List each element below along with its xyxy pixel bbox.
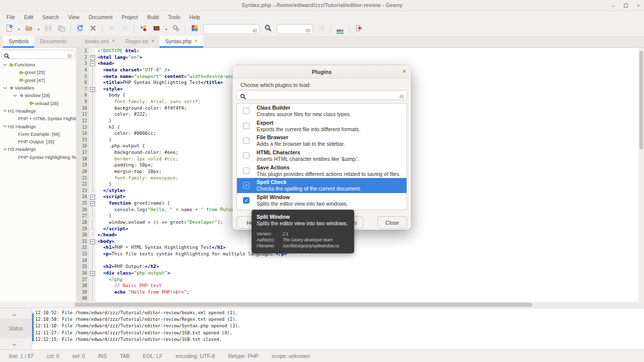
line-number: 33 (77, 251, 89, 257)
plugin-row-export[interactable]: ExportExports the current file into diff… (237, 119, 407, 134)
menu-tools[interactable]: Tools (164, 11, 185, 23)
chevron-down-icon[interactable] (2, 86, 8, 90)
fold-margin[interactable] (89, 86, 96, 93)
clear-icon[interactable] (398, 93, 405, 102)
symbol-php[interactable]: PHP Output: [35] (0, 138, 76, 145)
new-file-button[interactable] (3, 24, 16, 35)
chevron-up-icon[interactable] (12, 310, 17, 319)
symbol-php[interactable]: PHP Syntax Highlighting Test [6 (0, 153, 76, 161)
tab-symbols[interactable]: Symbols (3, 36, 34, 48)
tab-regex.txt[interactable]: Regex.txt× (120, 36, 159, 48)
fold-margin[interactable] (89, 200, 96, 207)
menu-file[interactable]: File (2, 11, 20, 23)
save-file-button[interactable] (42, 24, 55, 35)
symbol-h3[interactable]: H3 Headings (0, 145, 76, 153)
clear-icon[interactable] (252, 27, 258, 36)
chevron-down-icon[interactable] (2, 147, 8, 151)
chevron-down-icon[interactable] (2, 109, 8, 113)
plugin-checkbox[interactable] (243, 137, 250, 144)
goto-line-button[interactable] (315, 24, 328, 35)
symbol-greet[interactable]: greet [25] (0, 68, 76, 76)
symbol-variables[interactable]: Variables (0, 84, 76, 92)
symbol-h2[interactable]: H2 Headings (0, 122, 76, 130)
open-file-button[interactable] (22, 24, 35, 35)
plugin-checkbox[interactable] (243, 123, 250, 129)
close-tab-icon[interactable]: × (151, 38, 154, 44)
revert-button[interactable] (73, 24, 87, 35)
horizontal-scrollbar-thumb[interactable] (74, 303, 532, 307)
chevron-down-icon[interactable] (2, 124, 8, 128)
fold-margin (89, 111, 96, 118)
vertical-scrollbar[interactable] (638, 48, 644, 302)
tab-books.xml[interactable]: books.xml× (79, 36, 120, 48)
close-button[interactable]: Close (377, 216, 407, 229)
tab-documents[interactable]: Documents (34, 36, 72, 48)
plugin-checkbox[interactable] (243, 152, 250, 159)
minimize-icon[interactable]: – (611, 3, 614, 9)
menu-search[interactable]: Search (38, 11, 63, 23)
search-entry-input[interactable] (204, 25, 259, 34)
close-tab-icon[interactable]: × (112, 38, 115, 44)
plugin-row-split-window[interactable]: ✓Split WindowSplits the editor view into… (237, 193, 407, 208)
plugin-row-save-actions[interactable]: Save ActionsThis plugin provides differe… (237, 163, 407, 178)
save-all-button[interactable] (55, 24, 68, 35)
chevron-down-icon[interactable] (12, 339, 17, 348)
nav-back-button[interactable] (105, 24, 118, 35)
fold-margin[interactable] (89, 270, 96, 277)
symbol-php[interactable]: PHP + HTML Syntax Highlighting (0, 115, 76, 122)
fold-margin[interactable] (89, 54, 96, 61)
horizontal-scrollbar[interactable] (73, 302, 643, 308)
nav-forward-button[interactable] (118, 24, 131, 35)
line-number: 10 (77, 105, 89, 112)
tab-syntax.php[interactable]: Syntax.php× (159, 36, 203, 48)
symbols-filter-input[interactable] (2, 52, 74, 57)
plugin-checkbox[interactable]: ✓ (243, 182, 250, 189)
symbol-greet[interactable]: greet [47] (0, 76, 76, 84)
fold-margin[interactable] (89, 194, 96, 200)
clear-icon[interactable] (66, 52, 72, 61)
plugin-row-html-characters[interactable]: HTML CharactersInserts HTML character en… (237, 148, 407, 163)
close-window-icon[interactable]: × (637, 3, 640, 9)
fold-margin[interactable] (89, 238, 96, 245)
maximize-icon[interactable] (624, 4, 628, 8)
plugin-checkbox[interactable]: ✓ (243, 197, 250, 204)
menu-edit[interactable]: Edit (20, 11, 38, 23)
menu-build[interactable]: Build (142, 11, 163, 23)
fold-margin[interactable] (89, 60, 96, 67)
plugin-row-class-builder[interactable]: Class BuilderCreates source files for ne… (237, 104, 407, 119)
code-text: echo "Hello from PHP!<br>"; (96, 289, 190, 296)
close-dialog-icon[interactable]: × (403, 68, 406, 75)
close-file-button[interactable] (87, 24, 100, 35)
tab-status[interactable]: Status (0, 318, 32, 338)
vertical-scrollbar-thumb[interactable] (639, 51, 643, 149)
plugin-checkbox[interactable] (243, 167, 250, 174)
plugin-checkbox[interactable] (243, 108, 250, 114)
menu-document[interactable]: Document (84, 11, 117, 23)
color-chooser-button[interactable] (188, 24, 201, 35)
quit-button[interactable] (352, 24, 365, 35)
symbol-h1[interactable]: H1 Headings (0, 107, 76, 115)
menu-project[interactable]: Project (117, 11, 143, 23)
log-line: 12:12:15: File /home/edward/zzz/Tutorial… (35, 336, 642, 343)
symbol-functions[interactable]: Functions (0, 61, 76, 68)
plugin-row-file-browser[interactable]: File BrowserAdds a file browser tab to t… (237, 133, 407, 148)
compile-button[interactable] (137, 24, 150, 35)
search-button[interactable] (262, 24, 275, 35)
build-dropdown-icon[interactable]: ▾ (163, 24, 170, 35)
execute-button[interactable] (170, 24, 183, 35)
build-button[interactable] (150, 24, 163, 35)
chevron-down-icon[interactable] (12, 94, 18, 98)
spell-check-button[interactable]: abc (334, 24, 347, 35)
symbol-onload[interactable]: onload [28] (0, 99, 76, 107)
clear-icon[interactable] (305, 27, 311, 36)
symbol-form[interactable]: Form Example: [66] (0, 130, 76, 138)
menu-help[interactable]: Help (185, 11, 205, 23)
open-file-dropdown-icon[interactable]: ▾ (35, 24, 42, 35)
chevron-down-icon[interactable] (2, 63, 8, 67)
close-tab-icon[interactable]: × (195, 38, 198, 44)
new-file-dropdown-icon[interactable]: ▾ (16, 24, 22, 35)
symbol-window[interactable]: window [28] (0, 92, 76, 99)
menu-view[interactable]: View (63, 11, 84, 23)
plugins-filter-input[interactable] (237, 92, 407, 101)
plugin-row-spell-check[interactable]: ✓Spell CheckChecks the spelling of the c… (237, 178, 407, 193)
